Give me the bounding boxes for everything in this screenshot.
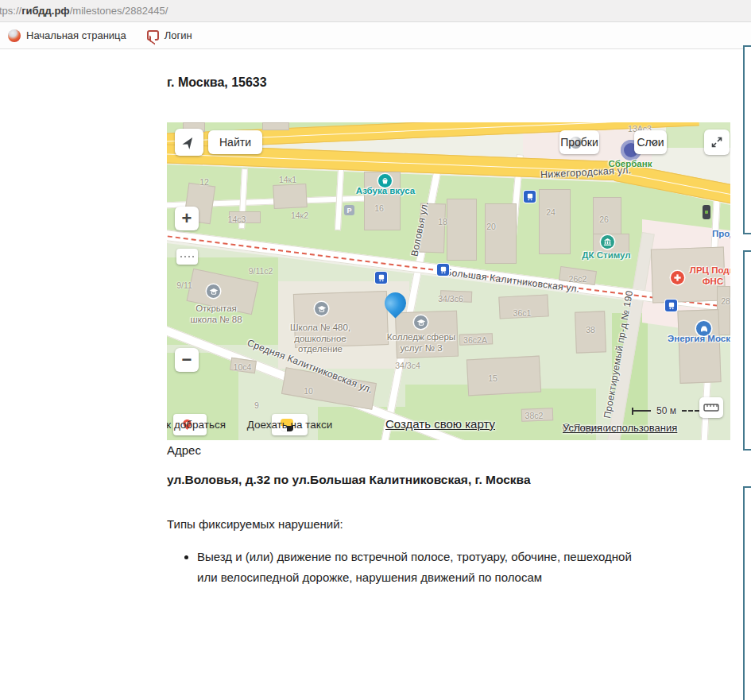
location-arrow-icon [182,135,196,149]
fullscreen-button[interactable] [704,130,730,155]
building-number: 38 [586,325,595,335]
poi-label: Сбербанк [609,159,652,170]
page-title: г. Москва, 15633 [167,75,267,90]
building-number: 36с1 [513,308,532,318]
tram-stop-icon[interactable] [375,272,387,284]
poi-label: Открытая школа № 88 [190,304,242,325]
building [447,199,477,261]
violation-item: Выезд и (или) движение по встречной поло… [197,547,653,588]
bookmark-home[interactable]: Начальная страница [8,29,126,42]
traffic-button-label: Пробки [560,136,598,149]
building-number: 28 [721,296,730,306]
url-text: tps://гибдд.рф/milestones/2882445/ [0,5,168,17]
building [485,203,517,264]
scale-bar: 50 м [632,405,701,416]
building-number: 16 [374,203,384,213]
building-number: 10 [304,386,313,396]
bookmark-login[interactable]: Логин [147,29,192,41]
taxi-button[interactable]: Доехать на такси [272,414,308,435]
bookmark-login-label: Логин [165,29,192,41]
tram-stop-icon[interactable] [524,191,536,203]
building-number: 14к1 [279,175,296,184]
screen: tps://гибдд.рф/milestones/2882445/ Начал… [0,0,751,700]
zoom-out-button[interactable]: − [175,348,199,372]
kindergarten-icon[interactable] [315,302,328,315]
poi-label: ДК Стимул [582,250,630,261]
poi-label: Прод [712,229,730,240]
building-number: 15 [488,373,497,383]
tram-stop-icon[interactable] [665,300,677,311]
building-number: 14к2 [291,211,308,220]
right-edge-panel-fragment [743,45,751,234]
traffic-button[interactable]: Пробки [559,130,599,154]
route-button[interactable]: Как добраться [173,414,207,435]
culture-house-icon[interactable] [601,235,614,249]
address-value: ул.Воловья, д.32 по ул.Большая Калитнико… [167,473,531,487]
right-edge-panel-fragment [743,486,751,700]
violations-list: Выезд и (или) движение по встречной поло… [184,547,653,588]
building [539,189,571,254]
poi-label: Энергия Москв [668,334,730,345]
ruler-button[interactable] [699,397,723,418]
terms-of-use-link[interactable]: Условия использования [563,422,677,434]
traffic-light-icon [703,205,710,219]
address-label: Адрес [167,443,201,457]
expand-arrows-icon [710,136,723,149]
geolocation-button[interactable] [175,129,203,156]
camera-location-marker [383,291,407,326]
browser-logo-icon [8,29,21,42]
right-edge-panel-fragment [743,250,751,451]
bookmark-home-label: Начальная страница [26,29,126,41]
building-number: 12 [199,177,209,187]
medical-cross-icon[interactable] [671,271,684,284]
building-number: 14с3 [228,215,246,224]
create-map-link[interactable]: Создать свою карту [385,417,495,431]
building-number: 9/11 [176,280,192,290]
building-number: 34/3с4 [395,361,420,370]
measure-button[interactable] [176,249,198,265]
building-number: 18 [438,217,447,226]
college-icon[interactable] [414,315,428,329]
url-bar[interactable]: tps://гибдд.рф/milestones/2882445/ [0,0,751,22]
building-number: 26 [599,215,609,224]
building [273,184,308,209]
poi-label: Школа № 480, дошкольное отделение [290,323,350,355]
poi-label: Азбука вкуса [356,186,415,197]
building [262,122,289,130]
poi-label: ЛРЦ Подм ФНС [685,265,730,287]
violations-title: Типы фиксируемых нарушений: [167,517,343,531]
building [677,309,721,384]
route-button-label: Как добраться [167,419,226,431]
scale-value: 50 м [656,405,676,416]
bookmarks-bar: Начальная страница Логин [0,22,751,49]
building-number: 9 [254,400,259,410]
map-canvas[interactable]: 13Ас3 12 14к1 14с3 14к2 16 18 20 24 26 2… [167,122,730,440]
url-domain: гибдд.рф [21,5,70,17]
parking-icon[interactable]: P [344,205,354,215]
chat-bubble-icon [147,30,159,41]
building-number: 20 [486,222,496,231]
building-number: 10с4 [234,362,252,372]
building-number: 9/11с2 [249,266,273,276]
taxi-button-label: Доехать на такси [247,419,332,431]
building-number: 36с2А [463,335,487,345]
layers-button[interactable]: Слои [634,130,667,154]
school-icon[interactable] [207,284,220,298]
find-button[interactable]: Найти [208,130,262,154]
zoom-in-button[interactable]: + [175,207,199,230]
building-number: 34/3с6 [438,294,463,304]
building [466,356,541,396]
ruler-icon [703,403,719,412]
poi-label: Колледж сферы услуг № 3 [387,332,455,354]
tram-stop-icon[interactable] [437,264,449,276]
building-number: 38с2 [525,411,544,420]
dots-icon [180,256,195,258]
building-number: 24 [546,207,556,217]
